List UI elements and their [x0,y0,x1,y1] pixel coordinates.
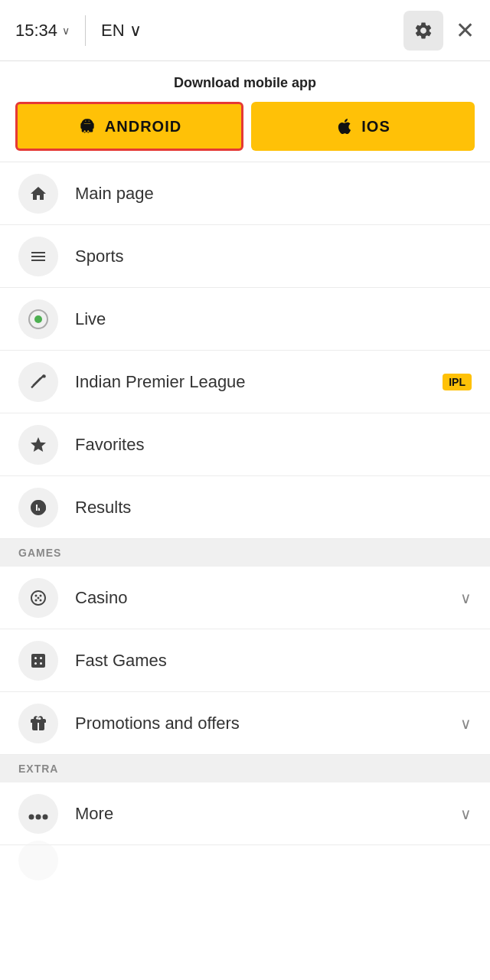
app-header: 15:34 ∨ EN ∨ ✕ [0,0,490,61]
live-label: Live [75,309,472,329]
games-section-header: GAMES [0,539,490,567]
download-title: Download mobile app [15,75,475,91]
svg-point-6 [34,657,37,659]
casino-icon [18,578,58,618]
favorites-label: Favorites [75,435,472,455]
apple-icon [335,117,354,136]
header-divider [85,15,86,46]
more-chevron-icon: ∨ [460,805,472,823]
svg-point-5 [38,596,40,599]
home-icon [18,174,58,214]
main-page-label: Main page [75,184,472,204]
nav-item-partial [0,845,490,876]
gear-icon [413,21,433,41]
ios-label: IOS [361,118,390,136]
nav-item-sports[interactable]: Sports [0,225,490,288]
live-icon [18,299,58,339]
results-icon [18,488,58,528]
nav-item-more[interactable]: More ∨ [0,782,490,845]
promotions-label: Promotions and offers [75,714,460,733]
time-text: 15:34 [15,21,57,41]
partial-icon [18,841,58,880]
download-section: Download mobile app ANDROID IOS [0,61,490,162]
svg-point-2 [40,594,42,596]
sports-icon [18,237,58,276]
nav-item-live[interactable]: Live [0,288,490,351]
language-selector[interactable]: EN ∨ [101,21,142,41]
svg-point-4 [40,599,42,601]
promotions-chevron-icon: ∨ [460,714,472,733]
nav-item-fast-games[interactable]: Fast Games [0,629,490,692]
more-dots-icon [18,794,58,834]
extra-section-header: EXTRA [0,755,490,782]
star-icon [18,425,58,465]
time-chevron-icon: ∨ [62,24,70,37]
svg-point-8 [34,662,37,665]
sports-label: Sports [75,247,472,266]
svg-point-1 [35,594,38,596]
nav-item-main-page[interactable]: Main page [0,162,490,225]
nav-item-ipl[interactable]: Indian Premier League IPL [0,351,490,413]
more-label: More [75,804,460,824]
svg-point-11 [36,814,41,819]
android-label: ANDROID [105,118,181,136]
lang-text: EN [101,21,125,41]
close-button[interactable]: ✕ [456,19,475,42]
time-display[interactable]: 15:34 ∨ [15,21,70,41]
nav-item-casino[interactable]: Casino ∨ [0,567,490,629]
svg-point-12 [43,814,48,819]
fast-games-label: Fast Games [75,651,472,671]
gift-icon [18,704,58,743]
svg-point-0 [42,374,45,377]
nav-item-favorites[interactable]: Favorites [0,413,490,476]
ipl-label: Indian Premier League [75,372,433,392]
cricket-icon [18,362,58,402]
svg-point-7 [40,657,42,659]
download-buttons: ANDROID IOS [15,102,475,151]
svg-point-10 [29,814,34,819]
settings-button[interactable] [403,11,443,51]
nav-item-results[interactable]: Results [0,476,490,539]
nav-item-promotions[interactable]: Promotions and offers ∨ [0,692,490,755]
results-label: Results [75,498,472,518]
ios-download-button[interactable]: IOS [251,102,475,151]
casino-chevron-icon: ∨ [460,589,472,607]
dice-icon [18,641,58,681]
lang-chevron-icon: ∨ [129,21,142,41]
svg-point-9 [40,662,42,665]
android-download-button[interactable]: ANDROID [15,102,243,151]
casino-label: Casino [75,588,460,608]
android-icon [77,116,97,136]
ipl-badge: IPL [443,374,472,390]
svg-point-3 [35,599,38,601]
